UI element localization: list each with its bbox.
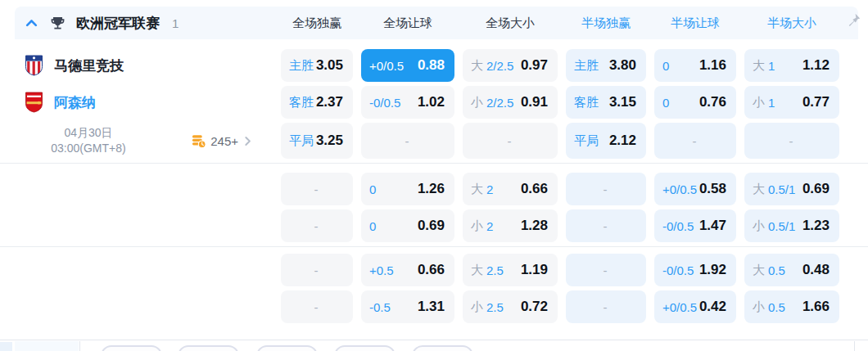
- odds-cell: -: [281, 254, 353, 286]
- odds-cell[interactable]: 大20.66: [463, 173, 558, 205]
- odds-cell[interactable]: +0/0.50.42: [654, 290, 736, 323]
- market-tab-pill[interactable]: [178, 345, 239, 351]
- odds-group-2: -01.26大20.66-+0/0.50.58大0.5/10.69 -00.69…: [0, 164, 868, 242]
- match-count: 1: [172, 16, 179, 30]
- over-under-prefix: 小: [753, 95, 765, 110]
- odds-row: -00.69小21.28--0/0.51.47小0.5/11.23: [15, 209, 868, 242]
- over-under-prefix: 小: [471, 95, 483, 110]
- odds-cell[interactable]: 小2/2.50.91: [463, 86, 558, 119]
- line-value: 0.5: [768, 300, 785, 314]
- odds-label: 大0.5: [753, 263, 785, 278]
- odds-cell: -: [654, 123, 736, 159]
- odds-cell[interactable]: -0.51.31: [361, 290, 454, 323]
- odds-cell[interactable]: +0/0.50.58: [654, 173, 736, 205]
- odds-cell[interactable]: 大0.50.48: [744, 254, 839, 286]
- odds-cell[interactable]: 大11.12: [744, 49, 839, 82]
- home-team[interactable]: 马德里竞技: [15, 55, 273, 76]
- bottom-corner: [0, 342, 12, 351]
- odds-cell[interactable]: 客胜3.15: [566, 86, 646, 119]
- market-tab-pill[interactable]: [256, 345, 318, 351]
- odds-cell[interactable]: 主胜3.05: [281, 49, 353, 82]
- market-tab-pill[interactable]: [334, 345, 396, 351]
- market-tab-pill[interactable]: [101, 345, 162, 351]
- odds-value: 3.80: [609, 57, 636, 74]
- match-date: 04月30日: [15, 125, 162, 141]
- odds-label: 0: [662, 96, 669, 110]
- odds-label: +0/0.5: [662, 300, 697, 314]
- empty-odds: -: [405, 134, 409, 148]
- odds-value: 1.02: [418, 94, 445, 110]
- pin-icon[interactable]: [845, 12, 861, 29]
- odds-cell[interactable]: 小0.5/11.23: [744, 209, 839, 242]
- odds-cell[interactable]: +0/0.50.88: [361, 49, 454, 82]
- odds-value: 2.37: [316, 94, 343, 110]
- away-team[interactable]: 阿森纳: [15, 92, 273, 113]
- odds-cell: -: [566, 209, 646, 242]
- odds-cell[interactable]: 小2.50.72: [463, 290, 558, 323]
- odds-cell[interactable]: 00.76: [654, 86, 736, 119]
- empty-odds: -: [314, 182, 319, 196]
- odds-row: -01.26大20.66-+0/0.50.58大0.5/10.69: [15, 173, 868, 205]
- odds-label: +0.5: [369, 263, 394, 277]
- odds-cell: -: [463, 123, 558, 159]
- odds-value: 3.25: [316, 133, 343, 149]
- line-value: 2: [486, 182, 493, 196]
- over-under-prefix: 小: [753, 299, 765, 315]
- odds-value: 0.69: [418, 218, 445, 234]
- odds-cell[interactable]: 主胜3.80: [566, 49, 646, 82]
- line-value: 2/2.5: [486, 59, 513, 73]
- odds-value: 1.47: [699, 218, 726, 234]
- odds-cell[interactable]: +0.50.66: [361, 254, 454, 286]
- line-value: 0.5: [768, 263, 785, 277]
- bottom-left-panel: [15, 341, 79, 351]
- odds-label: +0/0.5: [369, 59, 404, 73]
- odds-label: 大2: [471, 182, 493, 197]
- odds-cell[interactable]: 小10.77: [744, 86, 839, 119]
- odds-cell[interactable]: -0/0.51.47: [654, 209, 736, 242]
- over-under-prefix: 小: [753, 218, 765, 234]
- odds-label: -0/0.5: [662, 219, 694, 233]
- odds-cell[interactable]: 客胜2.37: [281, 86, 353, 119]
- line-value: 0.5/1: [768, 219, 795, 233]
- odds-cell: -: [566, 290, 646, 323]
- odds-cell[interactable]: -0/0.51.02: [361, 86, 454, 119]
- odds-cell[interactable]: 大2.51.19: [463, 254, 558, 286]
- odds-label: 大0.5/1: [753, 182, 795, 197]
- col-header-ft-1x2: 全场独赢: [281, 16, 353, 31]
- odds-cell[interactable]: 小0.51.66: [744, 290, 839, 323]
- odds-cell[interactable]: -0/0.51.92: [654, 254, 736, 286]
- odds-cell[interactable]: 大2/2.50.97: [463, 49, 558, 82]
- odds-cell[interactable]: 平局2.12: [566, 123, 646, 159]
- empty-odds: -: [604, 182, 608, 196]
- empty-odds: -: [508, 134, 512, 148]
- odds-cell[interactable]: 大0.5/10.69: [744, 173, 839, 205]
- col-header-ht-1x2: 半场独赢: [566, 16, 646, 31]
- odds-cell[interactable]: 平局3.25: [281, 123, 353, 159]
- odds-cell: -: [566, 254, 646, 286]
- odds-label: 小2.5: [471, 299, 504, 315]
- market-tab-pill[interactable]: [412, 345, 473, 351]
- odds-label: -0/0.5: [369, 96, 400, 110]
- odds-cell[interactable]: 01.16: [654, 49, 736, 82]
- odds-label: 0: [662, 59, 669, 73]
- odds-label: 平局: [574, 133, 599, 149]
- empty-odds: -: [604, 263, 608, 277]
- markets-count: 245+: [210, 134, 238, 148]
- empty-odds: -: [789, 134, 793, 148]
- odds-value: 1.12: [802, 57, 830, 74]
- odds-cell[interactable]: 01.26: [361, 173, 454, 205]
- line-value: 2.5: [486, 263, 504, 277]
- line-value: 2/2.5: [486, 96, 513, 110]
- more-markets-link[interactable]: 245+: [191, 133, 253, 149]
- league-header-left: 欧洲冠军联赛 1: [15, 14, 273, 33]
- odds-row: -+0.50.66大2.51.19--0/0.51.92大0.50.48: [15, 254, 868, 286]
- odds-label: -0.5: [369, 300, 391, 314]
- odds-label: +0/0.5: [662, 182, 697, 196]
- odds-cell[interactable]: 小21.28: [463, 209, 558, 242]
- odds-value: 1.26: [418, 181, 445, 197]
- home-team-row: 马德里竞技 主胜3.05+0/0.50.88大2/2.50.97主胜3.8001…: [15, 49, 868, 82]
- collapse-button[interactable]: [23, 15, 39, 31]
- odds-cell[interactable]: 00.69: [361, 209, 454, 242]
- col-header-ht-ou: 半场大小: [744, 16, 839, 31]
- odds-value: 1.19: [521, 262, 548, 278]
